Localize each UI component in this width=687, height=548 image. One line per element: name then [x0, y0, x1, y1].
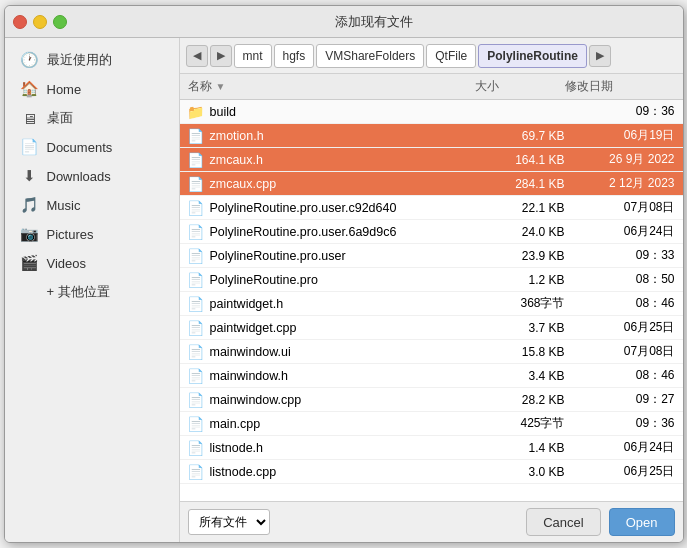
file-date: 06月24日	[565, 439, 675, 456]
sidebar-icon-pictures: 📷	[21, 225, 39, 243]
titlebar: 添加现有文件	[5, 6, 683, 38]
table-row[interactable]: 📄 paintwidget.h 368字节 08：46	[180, 292, 683, 316]
sidebar-item-other[interactable]: + 其他位置	[9, 278, 175, 306]
file-icon: 📄	[188, 224, 204, 240]
file-icon: 📄	[188, 368, 204, 384]
sidebar-item-recent[interactable]: 🕐 最近使用的	[9, 46, 175, 74]
close-button[interactable]	[13, 15, 27, 29]
sidebar-item-desktop[interactable]: 🖥 桌面	[9, 104, 175, 132]
col-header-date[interactable]: 修改日期	[565, 78, 675, 95]
dialog-window: 添加现有文件 🕐 最近使用的 🏠 Home 🖥 桌面 📄 Documents ⬇…	[4, 5, 684, 543]
file-name-cell: 📄 mainwindow.ui	[188, 344, 475, 360]
table-row[interactable]: 📄 PolylineRoutine.pro.user.6a9d9c6 24.0 …	[180, 220, 683, 244]
file-date: 08：46	[565, 295, 675, 312]
nav-back-button[interactable]: ◀	[186, 45, 208, 67]
sidebar-item-documents[interactable]: 📄 Documents	[9, 133, 175, 161]
file-name-cell: 📄 PolylineRoutine.pro.user	[188, 248, 475, 264]
file-date: 06月25日	[565, 463, 675, 480]
file-name: mainwindow.cpp	[210, 393, 302, 407]
file-list: 📁 build 09：36 📄 zmotion.h 69.7 KB 06月19日…	[180, 100, 683, 501]
sidebar-item-home[interactable]: 🏠 Home	[9, 75, 175, 103]
sidebar-icon-music: 🎵	[21, 196, 39, 214]
file-name: paintwidget.h	[210, 297, 284, 311]
file-date: 07月08日	[565, 199, 675, 216]
file-size: 3.4 KB	[475, 369, 565, 383]
table-row[interactable]: 📄 mainwindow.ui 15.8 KB 07月08日	[180, 340, 683, 364]
crumb-qtfile[interactable]: QtFile	[426, 44, 476, 68]
table-row[interactable]: 📄 mainwindow.cpp 28.2 KB 09：27	[180, 388, 683, 412]
file-name-cell: 📄 mainwindow.cpp	[188, 392, 475, 408]
table-row[interactable]: 📁 build 09：36	[180, 100, 683, 124]
sidebar-icon-videos: 🎬	[21, 254, 39, 272]
file-size: 15.8 KB	[475, 345, 565, 359]
nav-forward-button[interactable]: ▶	[210, 45, 232, 67]
open-button[interactable]: Open	[609, 508, 675, 536]
table-row[interactable]: 📄 paintwidget.cpp 3.7 KB 06月25日	[180, 316, 683, 340]
crumb-polylineroutine[interactable]: PolylineRoutine	[478, 44, 587, 68]
file-name-cell: 📄 paintwidget.cpp	[188, 320, 475, 336]
crumb-hgfs[interactable]: hgfs	[274, 44, 315, 68]
file-name-cell: 📄 listnode.cpp	[188, 464, 475, 480]
sidebar-icon-other	[21, 283, 39, 301]
file-icon: 📄	[188, 128, 204, 144]
table-row[interactable]: 📄 PolylineRoutine.pro 1.2 KB 08：50	[180, 268, 683, 292]
sidebar-label-recent: 最近使用的	[47, 51, 112, 69]
filter-select[interactable]: 所有文件	[188, 509, 270, 535]
file-size: 24.0 KB	[475, 225, 565, 239]
crumb-expand-button[interactable]: ▶	[589, 45, 611, 67]
table-row[interactable]: 📄 PolylineRoutine.pro.user.c92d640 22.1 …	[180, 196, 683, 220]
col-header-name[interactable]: 名称 ▼	[188, 78, 475, 95]
sidebar-icon-recent: 🕐	[21, 51, 39, 69]
table-row[interactable]: 📄 main.cpp 425字节 09：36	[180, 412, 683, 436]
sidebar-item-videos[interactable]: 🎬 Videos	[9, 249, 175, 277]
sidebar-item-downloads[interactable]: ⬇ Downloads	[9, 162, 175, 190]
file-icon: 📄	[188, 416, 204, 432]
file-size: 3.0 KB	[475, 465, 565, 479]
sidebar-label-desktop: 桌面	[47, 109, 73, 127]
file-size: 284.1 KB	[475, 177, 565, 191]
file-date: 07月08日	[565, 343, 675, 360]
file-date: 08：50	[565, 271, 675, 288]
file-name: zmcaux.cpp	[210, 177, 277, 191]
sidebar-item-music[interactable]: 🎵 Music	[9, 191, 175, 219]
cancel-button[interactable]: Cancel	[526, 508, 600, 536]
file-size: 3.7 KB	[475, 321, 565, 335]
file-icon: 📄	[188, 296, 204, 312]
table-row[interactable]: 📄 listnode.h 1.4 KB 06月24日	[180, 436, 683, 460]
crumb-mnt[interactable]: mnt	[234, 44, 272, 68]
table-row[interactable]: 📄 PolylineRoutine.pro.user 23.9 KB 09：33	[180, 244, 683, 268]
sidebar-item-pictures[interactable]: 📷 Pictures	[9, 220, 175, 248]
file-date: 08：46	[565, 367, 675, 384]
file-name: paintwidget.cpp	[210, 321, 297, 335]
table-row[interactable]: 📄 listnode.cpp 3.0 KB 06月25日	[180, 460, 683, 484]
file-size: 28.2 KB	[475, 393, 565, 407]
sidebar-label-home: Home	[47, 82, 82, 97]
file-size: 164.1 KB	[475, 153, 565, 167]
col-header-size[interactable]: 大小	[475, 78, 565, 95]
file-size: 22.1 KB	[475, 201, 565, 215]
table-row[interactable]: 📄 zmcaux.cpp 284.1 KB 2 12月 2023	[180, 172, 683, 196]
table-row[interactable]: 📄 zmcaux.h 164.1 KB 26 9月 2022	[180, 148, 683, 172]
maximize-button[interactable]	[53, 15, 67, 29]
file-name: mainwindow.h	[210, 369, 289, 383]
sidebar-label-other: + 其他位置	[47, 283, 110, 301]
table-row[interactable]: 📄 zmotion.h 69.7 KB 06月19日	[180, 124, 683, 148]
minimize-button[interactable]	[33, 15, 47, 29]
file-name: mainwindow.ui	[210, 345, 291, 359]
file-date: 09：27	[565, 391, 675, 408]
file-name: listnode.h	[210, 441, 264, 455]
file-name-cell: 📁 build	[188, 104, 475, 120]
file-name: PolylineRoutine.pro.user.6a9d9c6	[210, 225, 397, 239]
sort-arrow-name: ▼	[216, 81, 226, 92]
crumb-vmsharefolders[interactable]: VMShareFolders	[316, 44, 424, 68]
file-name-cell: 📄 PolylineRoutine.pro.user.c92d640	[188, 200, 475, 216]
dialog-content: 🕐 最近使用的 🏠 Home 🖥 桌面 📄 Documents ⬇ Downlo…	[5, 38, 683, 542]
file-date: 09：36	[565, 415, 675, 432]
file-name-cell: 📄 zmcaux.h	[188, 152, 475, 168]
sidebar-label-pictures: Pictures	[47, 227, 94, 242]
file-icon: 📄	[188, 392, 204, 408]
table-row[interactable]: 📄 mainwindow.h 3.4 KB 08：46	[180, 364, 683, 388]
file-size: 1.2 KB	[475, 273, 565, 287]
folder-icon: 📁	[188, 104, 204, 120]
file-name-cell: 📄 mainwindow.h	[188, 368, 475, 384]
